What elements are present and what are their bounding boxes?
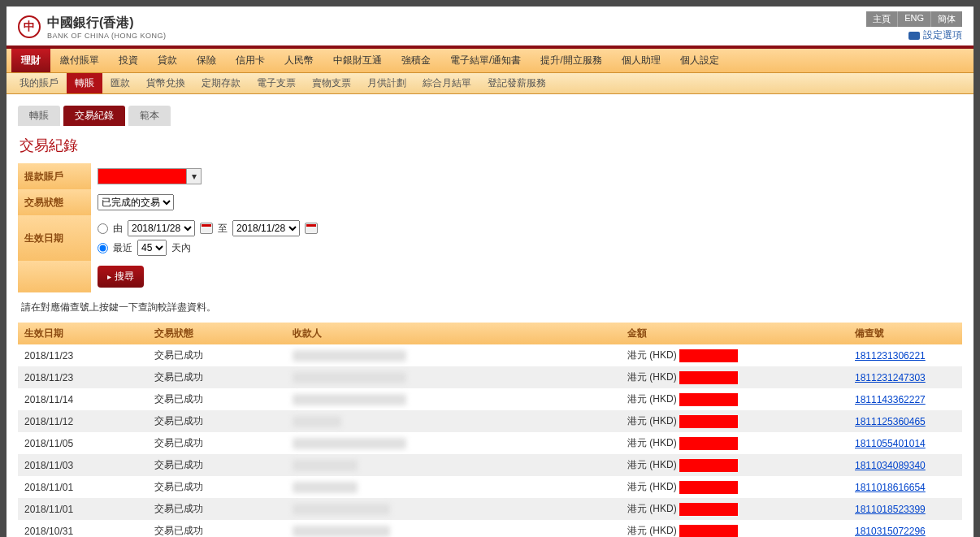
nav1-tab[interactable]: 人民幣	[275, 49, 323, 72]
table-row: 2018/11/05交易已成功redacted港元 (HKD) 18110554…	[18, 432, 962, 454]
nav1-tab[interactable]: 個人助理	[612, 49, 670, 72]
redacted-amount	[679, 459, 738, 472]
nav1-tab[interactable]: 電子結單/通知書	[440, 49, 531, 72]
recent-suffix: 天內	[171, 241, 191, 255]
cell-status: 交易已成功	[148, 520, 286, 537]
nav2-item[interactable]: 電子支票	[249, 73, 304, 93]
ref-link[interactable]: 1811034089340	[855, 460, 926, 471]
table-row: 2018/11/01交易已成功redacted港元 (HKD) 18110186…	[18, 476, 962, 498]
nav1-tab[interactable]: 投資	[109, 49, 148, 72]
cell-payee: redacted	[286, 344, 621, 366]
recent-days-select[interactable]: 45	[137, 240, 167, 256]
cell-ref: 1811018523399	[848, 498, 962, 520]
nav2-item[interactable]: 匯款	[102, 73, 138, 93]
redacted-amount	[679, 503, 738, 516]
nav1-tab[interactable]: 貸款	[148, 49, 187, 72]
cell-payee: redacted	[286, 454, 621, 476]
recent-label: 最近	[113, 241, 132, 255]
table-row: 2018/10/31交易已成功redacted港元 (HKD) 18103150…	[18, 520, 962, 537]
top-link-home[interactable]: 主頁	[866, 11, 898, 27]
cell-ref: 1811018616654	[848, 476, 962, 498]
date-range-radio[interactable]	[98, 223, 108, 234]
nav1-tab[interactable]: 強積金	[392, 49, 440, 72]
nav2-item[interactable]: 貨幣兌換	[138, 73, 193, 93]
nav2-item[interactable]: 賣物支票	[304, 73, 359, 93]
nav1-tab[interactable]: 中銀財互通	[323, 49, 392, 72]
filter-label-status: 交易狀態	[18, 189, 91, 215]
date-from-select[interactable]: 2018/11/28	[128, 220, 195, 236]
sub-tab[interactable]: 轉賬	[18, 106, 60, 126]
filter-panel: 提款賬戶 ▾ 交易狀態 已完成的交易 生效日期 由	[18, 163, 962, 292]
cell-payee: redacted	[286, 520, 621, 537]
recent-radio[interactable]	[98, 243, 108, 253]
top-links: 主頁 ENG 簡体 設定選項	[866, 11, 962, 42]
nav1-tab[interactable]: 繳付賬單	[50, 49, 109, 72]
redacted-amount	[679, 393, 738, 406]
top-link-eng[interactable]: ENG	[898, 11, 931, 27]
nav2-item[interactable]: 登記發薪服務	[479, 73, 554, 93]
ref-link[interactable]: 1811125360465	[855, 416, 926, 427]
calendar-icon[interactable]	[305, 223, 318, 234]
redacted-amount	[679, 349, 738, 362]
cell-status: 交易已成功	[148, 454, 286, 476]
nav1-tab[interactable]: 個人設定	[670, 49, 729, 72]
ref-link[interactable]: 1811018523399	[855, 504, 926, 515]
cell-date: 2018/11/14	[18, 388, 148, 410]
cell-payee: redacted	[286, 388, 621, 410]
nav2-item[interactable]: 定期存款	[193, 73, 249, 93]
nav1-tab[interactable]: 保險	[187, 49, 226, 72]
from-label: 由	[113, 222, 123, 236]
nav1-tab[interactable]: 理財	[11, 49, 50, 72]
sub-tab[interactable]: 範本	[128, 106, 171, 126]
cell-status: 交易已成功	[148, 366, 286, 388]
filter-label-date: 生效日期	[18, 215, 91, 261]
top-link-simplified[interactable]: 簡体	[931, 11, 962, 27]
chevron-down-icon[interactable]: ▾	[187, 168, 202, 184]
cell-payee: redacted	[286, 432, 621, 454]
nav2-item[interactable]: 我的賬戶	[11, 73, 67, 93]
redacted-amount	[679, 481, 738, 494]
cell-status: 交易已成功	[148, 498, 286, 520]
cell-date: 2018/11/01	[18, 476, 148, 498]
redacted-amount	[679, 437, 738, 450]
settings-link[interactable]: 設定選項	[908, 28, 962, 42]
col-payee: 收款人	[286, 323, 621, 344]
nav2-item[interactable]: 月供計劃	[359, 73, 414, 93]
sub-tab[interactable]: 交易紀錄	[63, 106, 125, 126]
table-row: 2018/11/12交易已成功redacted港元 (HKD) 18111253…	[18, 410, 962, 432]
cell-date: 2018/11/05	[18, 432, 148, 454]
ref-link[interactable]: 1811231306221	[855, 350, 926, 362]
cell-amount: 港元 (HKD)	[621, 388, 848, 410]
ref-link[interactable]: 1811143362227	[855, 394, 926, 405]
col-ref: 備查號	[848, 323, 962, 344]
cell-payee: redacted	[286, 366, 621, 388]
cell-status: 交易已成功	[148, 410, 286, 432]
ref-link[interactable]: 1810315072296	[855, 526, 926, 537]
ref-link[interactable]: 1811231247303	[855, 372, 926, 383]
account-select[interactable]	[98, 168, 187, 184]
secondary-nav: 我的賬戶轉賬匯款貨幣兌換定期存款電子支票賣物支票月供計劃綜合月結單登記發薪服務	[7, 73, 973, 94]
date-to-select[interactable]: 2018/11/28	[232, 220, 300, 236]
logo-text-en: BANK OF CHINA (HONG KONG)	[47, 32, 167, 40]
cell-payee: redacted	[286, 410, 621, 432]
nav1-tab[interactable]: 信用卡	[226, 49, 275, 72]
cell-status: 交易已成功	[148, 476, 286, 498]
nav2-item[interactable]: 轉賬	[67, 73, 102, 93]
logo-icon: 中	[18, 15, 41, 38]
ref-link[interactable]: 1811055401014	[855, 438, 926, 449]
redacted-amount	[679, 525, 738, 537]
hint-text: 請在對應備查號上按鍵一下查詢較詳盡資料。	[18, 292, 962, 323]
nav1-tab[interactable]: 提升/開立服務	[531, 49, 611, 72]
cell-date: 2018/10/31	[18, 520, 148, 537]
col-amount: 金額	[621, 323, 848, 344]
cell-amount: 港元 (HKD)	[621, 520, 848, 537]
nav2-item[interactable]: 綜合月結單	[414, 73, 479, 93]
calendar-icon[interactable]	[200, 223, 213, 234]
table-row: 2018/11/14交易已成功redacted港元 (HKD) 18111433…	[18, 388, 962, 410]
cell-date: 2018/11/12	[18, 410, 148, 432]
cell-payee: redacted	[286, 476, 621, 498]
header: 中 中國銀行(香港) BANK OF CHINA (HONG KONG) 主頁 …	[7, 6, 973, 45]
ref-link[interactable]: 1811018616654	[855, 482, 926, 493]
status-select[interactable]: 已完成的交易	[98, 194, 174, 210]
search-button[interactable]: 搜尋	[98, 266, 144, 288]
